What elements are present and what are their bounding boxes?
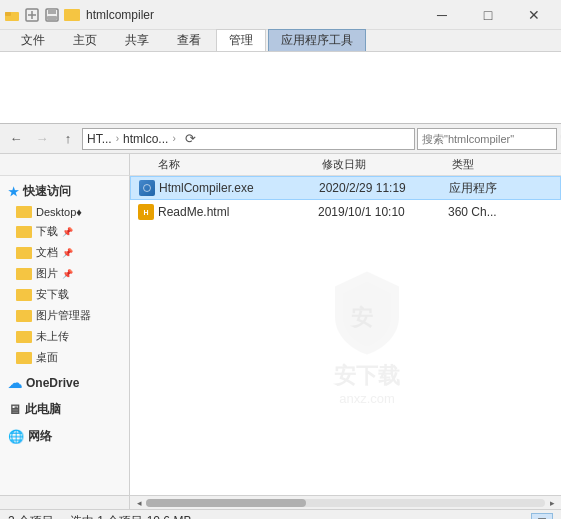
sidebar-header-spacer — [0, 154, 130, 176]
close-button[interactable]: ✕ — [511, 0, 557, 30]
sidebar: ★ 快速访问 Desktop♦ 下载 📌 文档 📌 图片 📌 — [0, 176, 130, 495]
view-list-button[interactable]: ≡ — [507, 513, 529, 520]
tab-file[interactable]: 文件 — [8, 29, 58, 51]
horizontal-scrollbar[interactable]: ◂ ▸ — [130, 496, 561, 509]
window-icon — [4, 7, 20, 23]
sidebar-pc-header[interactable]: 🖥 此电脑 — [0, 398, 129, 421]
svg-rect-6 — [48, 9, 56, 14]
sidebar-item-label: 安下载 — [36, 287, 69, 302]
sidebar-onedrive-header[interactable]: ☁ OneDrive — [0, 372, 129, 394]
minimize-button[interactable]: ─ — [419, 0, 465, 30]
address-path[interactable]: HT... › htmlco... › ⟳ — [82, 128, 415, 150]
folder-icon — [16, 289, 32, 301]
pc-icon: 🖥 — [8, 402, 21, 417]
status-count: 2 个项目 — [8, 513, 54, 519]
sidebar-onedrive-label: OneDrive — [26, 376, 79, 390]
folder-title-icon — [64, 9, 80, 21]
exe-icon — [139, 180, 155, 196]
folder-icon — [16, 206, 32, 218]
title-controls: ─ □ ✕ — [419, 0, 557, 30]
sidebar-section-quickaccess: ★ 快速访问 Desktop♦ 下载 📌 文档 📌 图片 📌 — [0, 180, 129, 368]
sidebar-item-label: 图片管理器 — [36, 308, 91, 323]
back-button[interactable]: ← — [4, 127, 28, 151]
tab-home[interactable]: 主页 — [60, 29, 110, 51]
sidebar-section-network: 🌐 网络 — [0, 425, 129, 448]
sidebar-quickaccess-header[interactable]: ★ 快速访问 — [0, 180, 129, 203]
sidebar-network-header[interactable]: 🌐 网络 — [0, 425, 129, 448]
status-bar: 2 个项目 选中 1 个项目 10.6 MB ≡ ⊟ — [0, 509, 561, 519]
view-detail-button[interactable]: ⊟ — [531, 513, 553, 520]
save-icon — [44, 7, 60, 23]
sidebar-item-label: Desktop♦ — [36, 206, 82, 218]
tab-share[interactable]: 共享 — [112, 29, 162, 51]
scrollbar-sidebar-spacer — [0, 496, 130, 509]
sidebar-item-label: 桌面 — [36, 350, 58, 365]
sidebar-item-zhuomian[interactable]: 桌面 — [0, 347, 129, 368]
ribbon-content — [0, 52, 561, 124]
sidebar-item-label: 未上传 — [36, 329, 69, 344]
folder-icon — [16, 352, 32, 364]
maximize-button[interactable]: □ — [465, 0, 511, 30]
search-input[interactable] — [422, 133, 560, 145]
scrollbar-track[interactable] — [146, 499, 545, 507]
scroll-left-arrow[interactable]: ◂ — [132, 496, 146, 510]
path-arrow-2: › — [172, 133, 175, 144]
sidebar-item-picmgr[interactable]: 图片管理器 — [0, 305, 129, 326]
sidebar-item-desktop[interactable]: Desktop♦ — [0, 203, 129, 221]
scrollbar-thumb[interactable] — [146, 499, 306, 507]
svg-rect-1 — [5, 12, 11, 16]
sidebar-item-label: 图片 — [36, 266, 58, 281]
forward-button[interactable]: → — [30, 127, 54, 151]
file-name-1: HtmlCompiler.exe — [159, 181, 319, 195]
svg-text:安: 安 — [349, 304, 373, 329]
sidebar-section-pc: 🖥 此电脑 — [0, 398, 129, 421]
watermark-text-1: 安下载 — [334, 360, 400, 390]
file-type-1: 应用程序 — [449, 180, 556, 197]
path-segment-1: HT... — [87, 132, 112, 146]
up-button[interactable]: ↑ — [56, 127, 80, 151]
sidebar-item-label: 文档 — [36, 245, 58, 260]
cloud-icon: ☁ — [8, 375, 22, 391]
sidebar-item-documents[interactable]: 文档 📌 — [0, 242, 129, 263]
sidebar-item-notupload[interactable]: 未上传 — [0, 326, 129, 347]
path-full: htmlco... — [123, 132, 168, 146]
sidebar-network-label: 网络 — [28, 428, 52, 445]
path-segment-2: htmlco... — [123, 132, 168, 146]
col-header-modified[interactable]: 修改日期 — [322, 157, 452, 172]
exe-file-icon — [135, 180, 159, 196]
sidebar-item-anxz[interactable]: 安下载 — [0, 284, 129, 305]
sidebar-item-pictures[interactable]: 图片 📌 — [0, 263, 129, 284]
col-header-name[interactable]: 名称 — [158, 157, 322, 172]
tab-manage[interactable]: 管理 — [216, 29, 266, 51]
refresh-button[interactable]: ⟳ — [180, 128, 202, 150]
folder-icon — [16, 268, 32, 280]
watermark-text-2: anxz.com — [339, 390, 395, 405]
sidebar-item-download[interactable]: 下载 📌 — [0, 221, 129, 242]
tab-view[interactable]: 查看 — [164, 29, 214, 51]
folder-icon — [16, 247, 32, 259]
file-date-2: 2019/10/1 10:10 — [318, 205, 448, 219]
tab-app-tools[interactable]: 应用程序工具 — [268, 29, 366, 51]
pin-icon: 📌 — [62, 227, 73, 237]
quick-access-icon — [24, 7, 40, 23]
address-bar: ← → ↑ HT... › htmlco... › ⟳ 🔍 — [0, 124, 561, 154]
watermark: 安 安下载 anxz.com — [327, 266, 407, 405]
path-short: HT... — [87, 132, 112, 146]
column-headers-row: 名称 修改日期 类型 — [0, 154, 561, 176]
col-header-type[interactable]: 类型 — [452, 157, 561, 172]
svg-rect-7 — [47, 16, 57, 20]
folder-icon — [16, 310, 32, 322]
pin-icon: 📌 — [62, 248, 73, 258]
network-icon: 🌐 — [8, 429, 24, 444]
html-file-icon: H — [134, 204, 158, 220]
html-icon: H — [138, 204, 154, 220]
scroll-right-arrow[interactable]: ▸ — [545, 496, 559, 510]
file-item-2[interactable]: H ReadMe.html 2019/10/1 10:10 360 Ch... — [130, 200, 561, 224]
folder-icon — [16, 331, 32, 343]
path-arrow: › — [116, 133, 119, 144]
file-item-1[interactable]: HtmlCompiler.exe 2020/2/29 11:19 应用程序 — [130, 176, 561, 200]
view-controls: ≡ ⊟ — [507, 513, 553, 520]
file-date-1: 2020/2/29 11:19 — [319, 181, 449, 195]
search-box[interactable]: 🔍 — [417, 128, 557, 150]
sidebar-pc-label: 此电脑 — [25, 401, 61, 418]
